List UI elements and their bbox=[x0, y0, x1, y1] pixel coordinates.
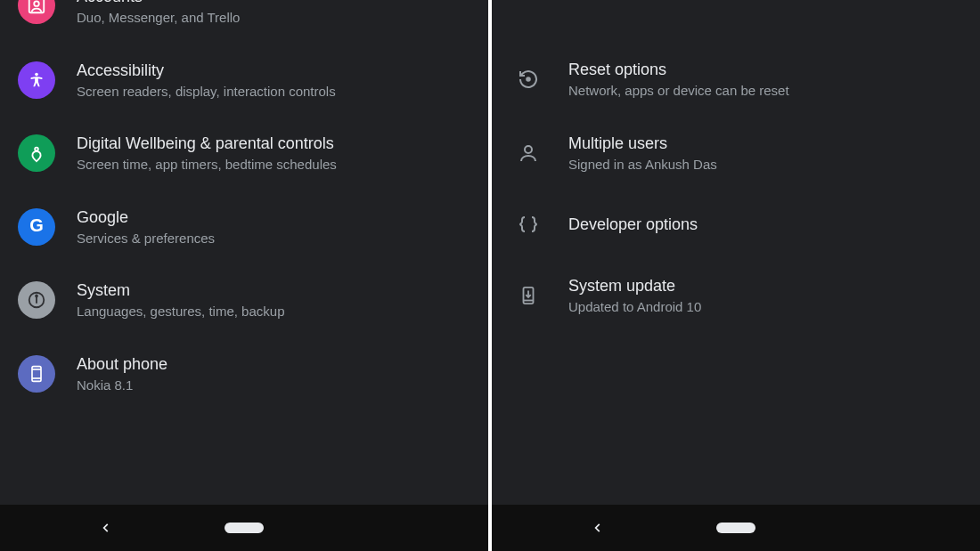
settings-item-google[interactable]: G Google Services & preferences bbox=[0, 190, 488, 264]
settings-item-multiple-users[interactable]: Multiple users Signed in as Ankush Das bbox=[492, 117, 980, 190]
svg-point-11 bbox=[527, 77, 530, 81]
setting-subtitle: Screen readers, display, interaction con… bbox=[77, 83, 470, 101]
setting-subtitle: Screen time, app timers, bedtime schedul… bbox=[77, 156, 470, 174]
accounts-icon bbox=[18, 0, 55, 24]
setting-title: System bbox=[77, 280, 470, 301]
settings-list-content: Accounts Duo, Messenger, and Trello Acce… bbox=[0, 0, 488, 505]
about-phone-icon bbox=[18, 355, 55, 393]
accessibility-icon bbox=[18, 61, 55, 99]
setting-title: Digital Wellbeing & parental controls bbox=[77, 133, 470, 154]
nav-bar bbox=[492, 505, 980, 551]
system-icon bbox=[18, 281, 55, 319]
svg-point-12 bbox=[525, 146, 532, 153]
setting-title: Multiple users bbox=[568, 133, 962, 154]
settings-item-developer[interactable]: Developer options bbox=[492, 190, 980, 259]
setting-subtitle: Nokia 8.1 bbox=[77, 377, 470, 394]
nav-home-pill[interactable] bbox=[225, 523, 264, 533]
settings-item-system[interactable]: System Languages, gestures, time, backup bbox=[0, 263, 488, 337]
nav-back-button[interactable] bbox=[100, 518, 112, 538]
nav-back-button[interactable] bbox=[592, 518, 604, 538]
setting-subtitle: Updated to Android 10 bbox=[568, 298, 962, 316]
wellbeing-icon bbox=[18, 134, 55, 172]
settings-item-reset[interactable]: Reset options Network, apps or device ca… bbox=[492, 43, 980, 117]
settings-item-about-phone[interactable]: About phone Nokia 8.1 bbox=[0, 337, 488, 411]
system-settings-content: Reset options Network, apps or device ca… bbox=[492, 0, 980, 505]
svg-point-7 bbox=[36, 296, 37, 297]
setting-title: Accessibility bbox=[77, 60, 470, 81]
svg-point-2 bbox=[35, 73, 38, 77]
update-icon bbox=[510, 277, 547, 314]
braces-icon bbox=[510, 206, 547, 243]
svg-point-3 bbox=[35, 148, 38, 151]
setting-title: Accounts bbox=[77, 0, 470, 7]
settings-item-accessibility[interactable]: Accessibility Screen readers, display, i… bbox=[0, 44, 488, 117]
system-settings-panel: Reset options Network, apps or device ca… bbox=[492, 0, 980, 551]
settings-list-panel: Accounts Duo, Messenger, and Trello Acce… bbox=[0, 0, 488, 551]
setting-subtitle: Signed in as Ankush Das bbox=[568, 156, 962, 174]
svg-text:G: G bbox=[29, 216, 44, 235]
setting-subtitle: Languages, gestures, time, backup bbox=[77, 303, 470, 320]
setting-title: System update bbox=[568, 275, 962, 296]
settings-item-system-update[interactable]: System update Updated to Android 10 bbox=[492, 259, 980, 333]
setting-subtitle: Network, apps or device can be reset bbox=[568, 82, 962, 100]
reset-icon bbox=[510, 61, 547, 98]
setting-title: About phone bbox=[77, 353, 470, 375]
user-icon bbox=[510, 134, 547, 172]
setting-title: Google bbox=[77, 207, 470, 228]
svg-point-1 bbox=[34, 2, 39, 7]
nav-home-pill[interactable] bbox=[716, 523, 755, 533]
settings-item-digital-wellbeing[interactable]: Digital Wellbeing & parental controls Sc… bbox=[0, 117, 488, 190]
setting-title: Developer options bbox=[568, 214, 962, 235]
setting-title: Reset options bbox=[568, 59, 962, 80]
nav-bar bbox=[0, 505, 488, 551]
google-icon: G bbox=[18, 208, 55, 246]
svg-rect-8 bbox=[32, 367, 41, 382]
settings-item-accounts[interactable]: Accounts Duo, Messenger, and Trello bbox=[0, 0, 488, 44]
setting-subtitle: Services & preferences bbox=[77, 230, 470, 247]
setting-subtitle: Duo, Messenger, and Trello bbox=[77, 9, 470, 27]
